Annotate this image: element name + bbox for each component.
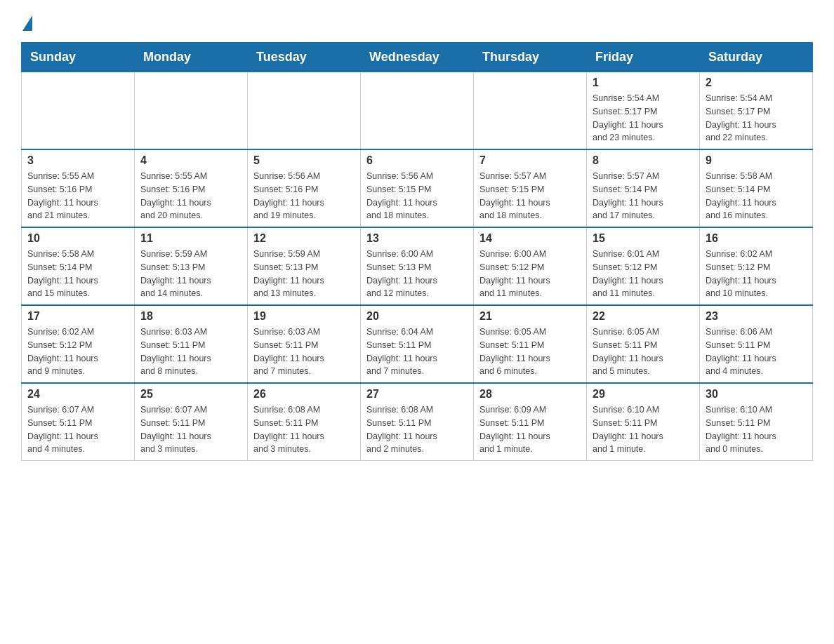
day-number-2: 2 <box>706 76 807 89</box>
day-cell-20: 20Sunrise: 6:04 AMSunset: 5:11 PMDayligh… <box>361 305 474 383</box>
day-number-18: 18 <box>140 310 241 323</box>
day-number-30: 30 <box>706 388 807 401</box>
day-number-8: 8 <box>593 154 694 167</box>
day-cell-2: 2Sunrise: 5:54 AMSunset: 5:17 PMDaylight… <box>700 72 813 150</box>
day-cell-19: 19Sunrise: 6:03 AMSunset: 5:11 PMDayligh… <box>248 305 361 383</box>
day-number-26: 26 <box>253 388 355 401</box>
day-number-19: 19 <box>253 310 355 323</box>
day-info-6: Sunrise: 5:56 AMSunset: 5:15 PMDaylight:… <box>366 170 468 222</box>
day-cell-21: 21Sunrise: 6:05 AMSunset: 5:11 PMDayligh… <box>474 305 587 383</box>
week-row-3: 10Sunrise: 5:58 AMSunset: 5:14 PMDayligh… <box>22 227 813 305</box>
day-cell-5: 5Sunrise: 5:56 AMSunset: 5:16 PMDaylight… <box>248 149 361 227</box>
day-info-1: Sunrise: 5:54 AMSunset: 5:17 PMDaylight:… <box>593 92 694 145</box>
logo-triangle-icon <box>22 15 32 31</box>
day-info-18: Sunrise: 6:03 AMSunset: 5:11 PMDaylight:… <box>140 326 241 378</box>
week-row-5: 24Sunrise: 6:07 AMSunset: 5:11 PMDayligh… <box>22 383 813 461</box>
empty-cell <box>361 72 474 150</box>
day-info-3: Sunrise: 5:55 AMSunset: 5:16 PMDaylight:… <box>27 170 128 222</box>
day-number-11: 11 <box>140 232 241 245</box>
empty-cell <box>22 72 135 150</box>
empty-cell <box>135 72 248 150</box>
day-number-10: 10 <box>27 232 128 245</box>
day-cell-7: 7Sunrise: 5:57 AMSunset: 5:15 PMDaylight… <box>474 149 587 227</box>
day-number-14: 14 <box>479 232 581 245</box>
day-cell-4: 4Sunrise: 5:55 AMSunset: 5:16 PMDaylight… <box>135 149 248 227</box>
day-info-8: Sunrise: 5:57 AMSunset: 5:14 PMDaylight:… <box>593 170 694 222</box>
day-cell-29: 29Sunrise: 6:10 AMSunset: 5:11 PMDayligh… <box>587 383 700 461</box>
day-info-4: Sunrise: 5:55 AMSunset: 5:16 PMDaylight:… <box>140 170 241 222</box>
day-number-17: 17 <box>27 310 128 323</box>
day-info-29: Sunrise: 6:10 AMSunset: 5:11 PMDaylight:… <box>593 403 694 456</box>
day-cell-8: 8Sunrise: 5:57 AMSunset: 5:14 PMDaylight… <box>587 149 700 227</box>
weekday-header-sunday: Sunday <box>22 43 135 72</box>
day-info-14: Sunrise: 6:00 AMSunset: 5:12 PMDaylight:… <box>479 248 581 300</box>
day-info-21: Sunrise: 6:05 AMSunset: 5:11 PMDaylight:… <box>479 326 581 378</box>
day-info-16: Sunrise: 6:02 AMSunset: 5:12 PMDaylight:… <box>706 248 807 300</box>
day-number-5: 5 <box>253 154 355 167</box>
week-row-1: 1Sunrise: 5:54 AMSunset: 5:17 PMDaylight… <box>22 72 813 150</box>
day-info-11: Sunrise: 5:59 AMSunset: 5:13 PMDaylight:… <box>140 248 241 300</box>
day-info-24: Sunrise: 6:07 AMSunset: 5:11 PMDaylight:… <box>27 403 128 456</box>
day-info-20: Sunrise: 6:04 AMSunset: 5:11 PMDaylight:… <box>366 326 468 378</box>
day-number-28: 28 <box>479 388 581 401</box>
day-info-10: Sunrise: 5:58 AMSunset: 5:14 PMDaylight:… <box>27 248 128 300</box>
day-info-15: Sunrise: 6:01 AMSunset: 5:12 PMDaylight:… <box>593 248 694 300</box>
day-cell-30: 30Sunrise: 6:10 AMSunset: 5:11 PMDayligh… <box>700 383 813 461</box>
day-cell-23: 23Sunrise: 6:06 AMSunset: 5:11 PMDayligh… <box>700 305 813 383</box>
day-info-22: Sunrise: 6:05 AMSunset: 5:11 PMDaylight:… <box>593 326 694 378</box>
day-cell-26: 26Sunrise: 6:08 AMSunset: 5:11 PMDayligh… <box>248 383 361 461</box>
day-info-23: Sunrise: 6:06 AMSunset: 5:11 PMDaylight:… <box>706 326 807 378</box>
day-number-15: 15 <box>593 232 694 245</box>
day-number-25: 25 <box>140 388 241 401</box>
day-cell-15: 15Sunrise: 6:01 AMSunset: 5:12 PMDayligh… <box>587 227 700 305</box>
weekday-header-friday: Friday <box>587 43 700 72</box>
empty-cell <box>474 72 587 150</box>
day-info-17: Sunrise: 6:02 AMSunset: 5:12 PMDaylight:… <box>27 326 128 378</box>
day-info-2: Sunrise: 5:54 AMSunset: 5:17 PMDaylight:… <box>706 92 807 145</box>
empty-cell <box>248 72 361 150</box>
week-row-4: 17Sunrise: 6:02 AMSunset: 5:12 PMDayligh… <box>22 305 813 383</box>
day-cell-6: 6Sunrise: 5:56 AMSunset: 5:15 PMDaylight… <box>361 149 474 227</box>
day-number-20: 20 <box>366 310 468 323</box>
day-info-27: Sunrise: 6:08 AMSunset: 5:11 PMDaylight:… <box>366 403 468 456</box>
day-number-12: 12 <box>253 232 355 245</box>
day-cell-13: 13Sunrise: 6:00 AMSunset: 5:13 PMDayligh… <box>361 227 474 305</box>
day-cell-22: 22Sunrise: 6:05 AMSunset: 5:11 PMDayligh… <box>587 305 700 383</box>
weekday-header-thursday: Thursday <box>474 43 587 72</box>
day-number-27: 27 <box>366 388 468 401</box>
day-number-4: 4 <box>140 154 241 167</box>
day-cell-3: 3Sunrise: 5:55 AMSunset: 5:16 PMDaylight… <box>22 149 135 227</box>
weekday-header-row: SundayMondayTuesdayWednesdayThursdayFrid… <box>22 43 813 72</box>
day-number-13: 13 <box>366 232 468 245</box>
day-cell-24: 24Sunrise: 6:07 AMSunset: 5:11 PMDayligh… <box>22 383 135 461</box>
day-info-19: Sunrise: 6:03 AMSunset: 5:11 PMDaylight:… <box>253 326 355 378</box>
day-cell-9: 9Sunrise: 5:58 AMSunset: 5:14 PMDaylight… <box>700 149 813 227</box>
day-number-7: 7 <box>479 154 581 167</box>
day-info-30: Sunrise: 6:10 AMSunset: 5:11 PMDaylight:… <box>706 403 807 456</box>
day-info-25: Sunrise: 6:07 AMSunset: 5:11 PMDaylight:… <box>140 403 241 456</box>
day-info-26: Sunrise: 6:08 AMSunset: 5:11 PMDaylight:… <box>253 403 355 456</box>
calendar-table: SundayMondayTuesdayWednesdayThursdayFrid… <box>21 42 813 461</box>
day-number-3: 3 <box>27 154 128 167</box>
day-info-5: Sunrise: 5:56 AMSunset: 5:16 PMDaylight:… <box>253 170 355 222</box>
day-info-12: Sunrise: 5:59 AMSunset: 5:13 PMDaylight:… <box>253 248 355 300</box>
day-cell-25: 25Sunrise: 6:07 AMSunset: 5:11 PMDayligh… <box>135 383 248 461</box>
day-cell-11: 11Sunrise: 5:59 AMSunset: 5:13 PMDayligh… <box>135 227 248 305</box>
weekday-header-tuesday: Tuesday <box>248 43 361 72</box>
day-number-16: 16 <box>706 232 807 245</box>
day-cell-10: 10Sunrise: 5:58 AMSunset: 5:14 PMDayligh… <box>22 227 135 305</box>
day-cell-12: 12Sunrise: 5:59 AMSunset: 5:13 PMDayligh… <box>248 227 361 305</box>
day-number-21: 21 <box>479 310 581 323</box>
day-cell-18: 18Sunrise: 6:03 AMSunset: 5:11 PMDayligh… <box>135 305 248 383</box>
page-header <box>21 14 813 28</box>
weekday-header-wednesday: Wednesday <box>361 43 474 72</box>
logo <box>21 14 32 28</box>
day-number-24: 24 <box>27 388 128 401</box>
day-cell-27: 27Sunrise: 6:08 AMSunset: 5:11 PMDayligh… <box>361 383 474 461</box>
day-number-29: 29 <box>593 388 694 401</box>
day-info-9: Sunrise: 5:58 AMSunset: 5:14 PMDaylight:… <box>706 170 807 222</box>
day-info-28: Sunrise: 6:09 AMSunset: 5:11 PMDaylight:… <box>479 403 581 456</box>
day-cell-1: 1Sunrise: 5:54 AMSunset: 5:17 PMDaylight… <box>587 72 700 150</box>
day-number-9: 9 <box>706 154 807 167</box>
weekday-header-saturday: Saturday <box>700 43 813 72</box>
